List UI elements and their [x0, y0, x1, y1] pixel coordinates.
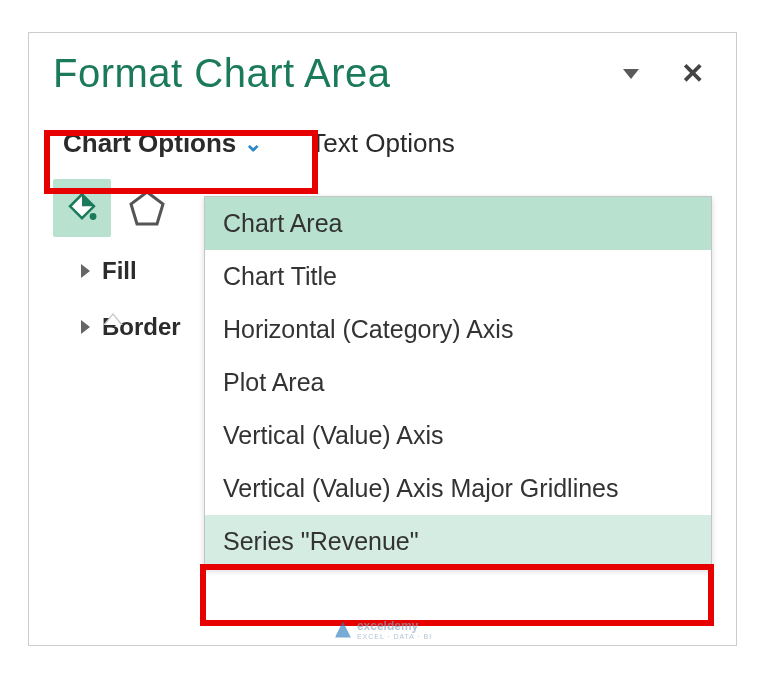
text-options-tab[interactable]: Text Options	[310, 128, 455, 159]
chart-options-dropdown[interactable]: Chart Options ⌄	[53, 122, 272, 165]
effects-tab-icon[interactable]	[127, 188, 167, 228]
paint-bucket-icon	[65, 191, 99, 225]
active-tab-indicator	[103, 313, 123, 325]
chevron-down-icon: ⌄	[244, 131, 262, 157]
chart-element-dropdown: Chart AreaChart TitleHorizontal (Categor…	[204, 196, 712, 569]
fill-label: Fill	[102, 257, 137, 285]
header-controls: ✕	[623, 60, 704, 88]
svg-marker-1	[131, 192, 163, 224]
dropdown-item[interactable]: Vertical (Value) Axis Major Gridlines	[205, 462, 711, 515]
dropdown-item[interactable]: Horizontal (Category) Axis	[205, 303, 711, 356]
chart-options-label: Chart Options	[63, 128, 236, 159]
tab-row: Chart Options ⌄ Text Options	[53, 122, 712, 165]
dropdown-item[interactable]: Vertical (Value) Axis	[205, 409, 711, 462]
fill-line-tab[interactable]	[53, 179, 111, 237]
dropdown-item[interactable]: Plot Area	[205, 356, 711, 409]
pane-header: Format Chart Area ✕	[53, 51, 712, 96]
expand-icon	[81, 320, 90, 334]
dropdown-item[interactable]: Series "Revenue"	[205, 515, 711, 568]
close-icon[interactable]: ✕	[681, 60, 704, 88]
expand-icon	[81, 264, 90, 278]
pane-title: Format Chart Area	[53, 51, 391, 96]
dropdown-item[interactable]: Chart Title	[205, 250, 711, 303]
svg-point-0	[90, 213, 97, 220]
dropdown-item[interactable]: Chart Area	[205, 197, 711, 250]
options-dropdown-icon[interactable]	[623, 69, 639, 79]
